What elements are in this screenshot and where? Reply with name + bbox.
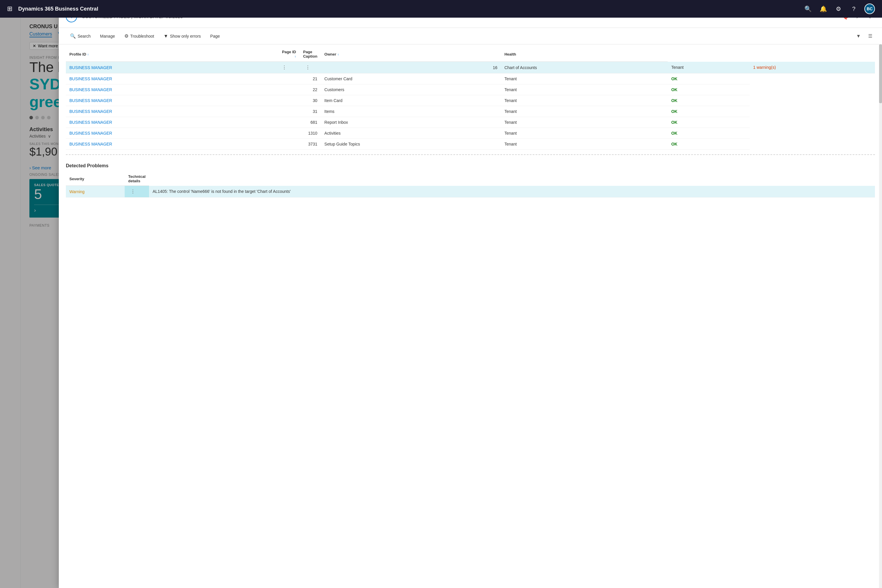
list-icon[interactable]: ☰ — [866, 32, 875, 41]
cell-health: OK — [668, 74, 750, 84]
three-dots-button[interactable]: ⋮ — [280, 64, 289, 71]
severity-warning: Warning — [69, 189, 85, 194]
manage-label: Manage — [100, 34, 115, 39]
profile-link[interactable]: BUSINESS MANAGER — [69, 142, 112, 146]
col-page-caption[interactable]: Page Caption — [300, 47, 321, 62]
col-owner-label: Owner — [324, 52, 336, 57]
profile-link[interactable]: BUSINESS MANAGER — [69, 65, 112, 70]
cell-owner: Tenant — [501, 106, 668, 117]
spacer-cell — [276, 117, 300, 128]
cell-profile: BUSINESS MANAGER — [66, 139, 276, 150]
help-icon[interactable]: ? — [849, 4, 858, 14]
col-severity-label: Severity — [69, 177, 84, 181]
table-row[interactable]: BUSINESS MANAGER681Report InboxTenantOK — [66, 117, 875, 128]
cell-profile: BUSINESS MANAGER — [66, 117, 276, 128]
col-technical-details[interactable]: Technical details — [124, 172, 149, 186]
cell-caption: Report Inbox — [321, 117, 501, 128]
cell-caption: Items — [321, 106, 501, 117]
col-health-label: Health — [504, 52, 516, 57]
three-dots-cell: ⋮ — [300, 62, 321, 74]
cell-profile: BUSINESS MANAGER — [66, 62, 276, 74]
cell-owner: Tenant — [501, 117, 668, 128]
cell-caption: Item Card — [321, 95, 501, 106]
filter-icon: ▼ — [164, 33, 168, 39]
cell-owner: Tenant — [501, 95, 668, 106]
health-ok: OK — [671, 142, 677, 146]
table-row[interactable]: BUSINESS MANAGER21Customer CardTenantOK — [66, 74, 875, 84]
cell-caption: Customers — [321, 84, 501, 95]
col-health[interactable]: Health — [501, 47, 668, 62]
col-profile-id-label: Profile ID — [69, 52, 86, 57]
cell-page-id: 1310 — [300, 128, 321, 139]
section-divider — [66, 154, 875, 155]
profile-link[interactable]: BUSINESS MANAGER — [69, 131, 112, 135]
table-row[interactable]: BUSINESS MANAGER⋮⋮16Chart of AccountsTen… — [66, 62, 875, 74]
cell-caption: Customer Card — [321, 74, 501, 84]
health-ok: OK — [671, 76, 677, 81]
col-page-id[interactable]: Page ID ↑ — [276, 47, 300, 62]
col-profile-id[interactable]: Profile ID ↑ — [66, 47, 276, 62]
bell-icon[interactable]: 🔔 — [819, 4, 828, 14]
profile-link[interactable]: BUSINESS MANAGER — [69, 87, 112, 92]
search-icon: 🔍 — [70, 33, 76, 39]
three-dots-button[interactable]: ⋮ — [303, 64, 312, 71]
cell-profile: BUSINESS MANAGER — [66, 95, 276, 106]
scrollbar-thumb[interactable] — [879, 44, 882, 103]
spacer-cell — [276, 95, 300, 106]
grid-icon[interactable]: ⊞ — [7, 5, 12, 13]
profile-link[interactable]: BUSINESS MANAGER — [69, 109, 112, 114]
cell-profile: BUSINESS MANAGER — [66, 106, 276, 117]
table-row[interactable]: BUSINESS MANAGER30Item CardTenantOK — [66, 95, 875, 106]
show-only-errors-button[interactable]: ▼ Show only errors — [159, 31, 205, 41]
toolbar: 🔍 Search Manage ⚙ Troubleshoot ▼ Show on… — [59, 28, 882, 44]
app-title: Dynamics 365 Business Central — [18, 6, 797, 12]
health-ok: OK — [671, 87, 677, 92]
troubleshoot-button[interactable]: ⚙ Troubleshoot — [120, 31, 158, 41]
cell-severity: Warning — [66, 186, 124, 198]
cell-owner: Tenant — [668, 62, 750, 74]
problems-table: Severity Technical details Warning⋮AL140… — [66, 172, 875, 198]
problem-row[interactable]: Warning⋮AL1405: The control 'Name666' is… — [66, 186, 875, 198]
health-ok: OK — [671, 131, 677, 135]
search-label: Search — [78, 34, 90, 39]
spacer-cell — [276, 74, 300, 84]
profile-link[interactable]: BUSINESS MANAGER — [69, 120, 112, 124]
scrollbar[interactable] — [879, 44, 882, 588]
cell-health: OK — [668, 128, 750, 139]
table-row[interactable]: BUSINESS MANAGER31ItemsTenantOK — [66, 106, 875, 117]
search-icon[interactable]: 🔍 — [803, 4, 813, 14]
search-button[interactable]: 🔍 Search — [66, 31, 94, 41]
profile-link[interactable]: BUSINESS MANAGER — [69, 76, 112, 81]
manage-button[interactable]: Manage — [96, 32, 119, 41]
filter-right-icon[interactable]: ▼ — [854, 32, 863, 41]
health-ok: OK — [671, 98, 677, 103]
table-row[interactable]: BUSINESS MANAGER22CustomersTenantOK — [66, 84, 875, 95]
health-ok: OK — [671, 120, 677, 124]
sort-icon-page: ↑ — [294, 55, 296, 58]
show-only-errors-label: Show only errors — [170, 34, 201, 39]
cell-health: OK — [668, 139, 750, 150]
cell-technical-detail: AL1405: The control 'Name666' is not fou… — [149, 186, 875, 198]
cell-owner: Tenant — [501, 128, 668, 139]
gear-icon[interactable]: ⚙ — [834, 4, 843, 14]
table-row[interactable]: BUSINESS MANAGER3731Setup Guide TopicsTe… — [66, 139, 875, 150]
cell-owner: Tenant — [501, 74, 668, 84]
cell-health: 1 warning(s) — [750, 62, 875, 74]
profile-link[interactable]: BUSINESS MANAGER — [69, 98, 112, 103]
problem-three-dots-button[interactable]: ⋮ — [128, 188, 138, 195]
customized-pages-table: Profile ID ↑ Page ID ↑ Page Caption Owne… — [66, 47, 875, 150]
table-row[interactable]: BUSINESS MANAGER1310ActivitiesTenantOK — [66, 128, 875, 139]
cell-profile: BUSINESS MANAGER — [66, 74, 276, 84]
cell-page-id: 31 — [300, 106, 321, 117]
cell-page-id: 16 — [321, 62, 501, 74]
cell-page-id: 22 — [300, 84, 321, 95]
page-button[interactable]: Page — [206, 32, 224, 41]
cell-health: OK — [668, 95, 750, 106]
cell-owner: Tenant — [501, 139, 668, 150]
col-severity[interactable]: Severity — [66, 172, 124, 186]
col-owner[interactable]: Owner ↑ — [321, 47, 501, 62]
cell-health: OK — [668, 106, 750, 117]
avatar[interactable]: BC — [864, 3, 875, 14]
toolbar-right: ▼ ☰ — [854, 32, 875, 41]
health-warning: 1 warning(s) — [753, 65, 776, 70]
